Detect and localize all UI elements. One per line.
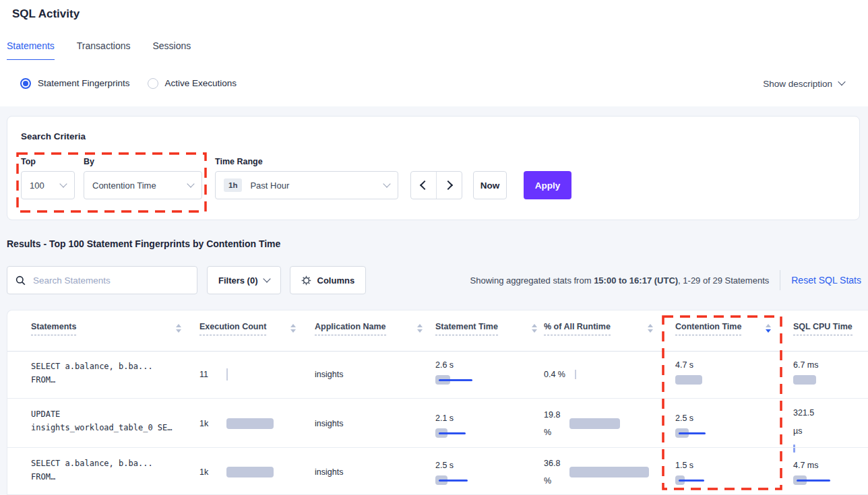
statement-time-cell: 2.6 s (435, 351, 530, 398)
chevron-down-icon (383, 180, 390, 187)
contention-time-cell: 1.5 s (675, 448, 783, 495)
by-select[interactable]: Contention Time (84, 171, 202, 199)
top-bar: SQL Activity Statements Transactions Ses… (0, 0, 868, 61)
columns-button[interactable]: Columns (290, 266, 367, 294)
pct-runtime-cell: 36.8% (544, 448, 665, 495)
contention-time-bar (675, 375, 702, 385)
sort-icons[interactable] (290, 324, 296, 333)
statement-time-bar (435, 375, 472, 385)
results-toolbar: Filters (0) Columns Showing aggregated s… (7, 266, 861, 294)
pct-runtime-bar (575, 370, 576, 379)
radio-label: Active Executions (165, 78, 237, 88)
column-header-statements[interactable]: Statements (31, 322, 76, 335)
pct-runtime-cell: 19.8% (544, 399, 665, 448)
page-title: SQL Activity (12, 7, 80, 21)
vertical-divider (780, 270, 780, 290)
column-header-sql-cpu-time[interactable]: SQL CPU Time (793, 322, 852, 335)
execution-count-cell: 1k (199, 448, 307, 495)
search-statements-box[interactable] (7, 266, 197, 294)
pct-runtime-cell: 0.4 % (544, 351, 665, 398)
pct-runtime-bar (569, 418, 620, 429)
column-header-execution-count[interactable]: Execution Count (199, 322, 266, 335)
column-header-statement-time[interactable]: Statement Time (435, 322, 498, 335)
chevron-down-icon (263, 275, 270, 282)
tab-sessions[interactable]: Sessions (152, 40, 191, 61)
table-row[interactable]: SELECT a.balance, b.ba... FROM… 1k insig… (7, 447, 868, 495)
execution-count-bar (226, 467, 274, 477)
sort-icons[interactable] (648, 324, 653, 333)
chevron-right-icon (443, 180, 453, 190)
chevron-left-icon (420, 180, 429, 190)
chevron-down-icon (838, 78, 845, 86)
chevron-down-icon (187, 180, 194, 187)
tab-transactions[interactable]: Transactions (77, 40, 131, 61)
search-icon (16, 275, 26, 286)
table-header-row: Statements Execution Count Application N… (7, 310, 868, 352)
gear-icon (301, 275, 311, 286)
radio-selected-icon[interactable] (20, 78, 31, 89)
sort-icons-active-desc[interactable] (766, 324, 771, 333)
sql-cpu-time-bar (793, 475, 830, 485)
chevron-down-icon (59, 180, 67, 187)
statement-fingerprint-link[interactable]: UPDATE insights_workload_table_0 SE… (31, 399, 193, 448)
columns-label: Columns (317, 275, 355, 286)
tab-statements[interactable]: Statements (7, 40, 55, 61)
execution-count-cell: 11 (199, 351, 307, 398)
reset-sql-stats-link[interactable]: Reset SQL Stats (791, 275, 861, 286)
execution-count-bar (226, 368, 228, 381)
top-select[interactable]: 100 (21, 171, 75, 199)
results-heading: Results - Top 100 Statement Fingerprints… (7, 238, 280, 249)
column-header-pct-runtime[interactable]: % of All Runtime (544, 322, 611, 335)
toolbar-right: Showing aggregated stats from 15:00 to 1… (470, 270, 861, 290)
application-name-cell: insights (315, 351, 416, 398)
application-name-cell: insights (315, 399, 416, 448)
statement-fingerprint-link[interactable]: SELECT a.balance, b.ba... FROM… (31, 448, 193, 495)
radio-label: Statement Fingerprints (38, 78, 130, 88)
sort-icons[interactable] (176, 324, 181, 333)
by-label: By (84, 157, 94, 166)
sql-cpu-time-bar (793, 375, 816, 385)
radio-unselected-icon[interactable] (148, 78, 158, 89)
now-button[interactable]: Now (473, 171, 507, 199)
column-header-contention-time[interactable]: Contention Time (675, 322, 741, 335)
view-toggle-bar: Statement Fingerprints Active Executions… (0, 60, 868, 106)
contention-time-bar (675, 428, 706, 438)
radio-statement-fingerprints[interactable]: Statement Fingerprints (20, 78, 130, 89)
time-range-stepper (410, 171, 462, 199)
next-time-range-button[interactable] (437, 172, 462, 199)
sql-cpu-time-cell: 6.7 ms (793, 351, 867, 398)
previous-time-range-button[interactable] (411, 172, 437, 199)
filters-button[interactable]: Filters (0) (207, 266, 281, 294)
time-range-value: Past Hour (250, 180, 289, 191)
contention-time-cell: 2.5 s (675, 399, 783, 448)
sql-cpu-time-cell: 4.7 ms (793, 448, 867, 495)
statement-time-cell: 2.1 s (435, 399, 530, 448)
table-row[interactable]: SELECT a.balance, b.ba... FROM… 11 insig… (7, 351, 868, 398)
radio-active-executions[interactable]: Active Executions (148, 78, 237, 89)
execution-count-cell: 1k (199, 399, 307, 448)
pct-runtime-bar (569, 467, 649, 477)
sort-icons[interactable] (532, 324, 537, 333)
showing-range: 15:00 to 16:17 (UTC) (594, 275, 678, 286)
search-statements-input[interactable] (32, 275, 189, 286)
search-criteria-card: Search Criteria Top 100 By Contention Ti… (7, 116, 860, 220)
showing-stats-text: Showing aggregated stats from 15:00 to 1… (470, 275, 770, 286)
by-select-value: Contention Time (92, 180, 156, 191)
time-range-badge: 1h (224, 178, 242, 192)
filters-label: Filters (0) (218, 275, 258, 286)
column-header-application-name[interactable]: Application Name (315, 322, 386, 335)
time-range-select[interactable]: 1h Past Hour (215, 171, 398, 199)
statement-time-cell: 2.5 s (435, 448, 530, 495)
time-range-label: Time Range (215, 157, 263, 166)
application-name-cell: insights (315, 448, 416, 495)
top-label: Top (21, 157, 36, 166)
statement-time-bar (435, 428, 466, 438)
tab-bar: Statements Transactions Sessions (7, 40, 191, 61)
table-row[interactable]: UPDATE insights_workload_table_0 SE… 1k … (7, 398, 868, 448)
apply-button[interactable]: Apply (524, 171, 571, 199)
contention-time-bar (675, 475, 704, 485)
search-criteria-heading: Search Criteria (21, 131, 86, 141)
statement-fingerprint-link[interactable]: SELECT a.balance, b.ba... FROM… (31, 351, 193, 398)
show-description-toggle[interactable]: Show description (763, 78, 844, 88)
sort-icons[interactable] (417, 324, 423, 333)
